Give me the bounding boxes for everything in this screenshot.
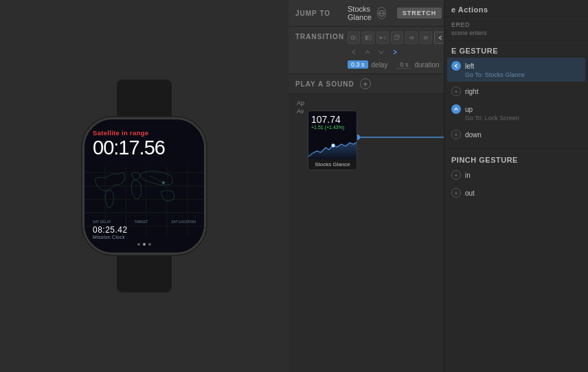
right-gesture-label: right bbox=[465, 88, 478, 95]
duration-value: 0 s bbox=[397, 61, 411, 69]
play-sound-row: PLAY A SOUND + bbox=[289, 74, 444, 94]
duration-control[interactable]: 0 s duration bbox=[397, 61, 439, 69]
pinch-in-item[interactable]: + in bbox=[447, 167, 585, 183]
arrow-right-active-icon[interactable] bbox=[390, 47, 400, 57]
center-panel: JUMP TO Stocks Glance STRETCH TRANSITION bbox=[289, 0, 444, 372]
gesture-item-up[interactable]: up Go To: Lock Screen bbox=[447, 101, 585, 125]
side-actions-panel: e Actions ERED scene enters E GESTURE le… bbox=[444, 0, 588, 372]
in-pinch-icon: + bbox=[451, 170, 461, 180]
transition-label: TRANSITION bbox=[295, 32, 342, 40]
pinch-section: PINCH GESTURE + in + out bbox=[444, 148, 588, 201]
dot-3 bbox=[148, 243, 151, 246]
triggered-label: ERED bbox=[451, 21, 581, 28]
transition-row: TRANSITION bbox=[289, 27, 444, 74]
svg-rect-17 bbox=[365, 36, 368, 40]
preview-card-label: Stocks Glance bbox=[308, 159, 357, 170]
pinch-out-item[interactable]: + out bbox=[447, 185, 585, 201]
watch-band-top bbox=[117, 80, 172, 117]
watch-panel: Satellite in range 00:17.56 SAT DELAY TA… bbox=[0, 0, 289, 372]
satellite-text: Satellite in range bbox=[93, 129, 196, 137]
gesture-item-right[interactable]: + right bbox=[447, 83, 585, 100]
app-layout: Satellite in range 00:17.56 SAT DELAY TA… bbox=[0, 0, 588, 372]
add-sound-button[interactable]: + bbox=[360, 78, 371, 89]
svg-rect-18 bbox=[369, 36, 371, 40]
scene-enters-label: scene enters bbox=[451, 30, 581, 36]
more-icon-1[interactable] bbox=[405, 32, 418, 44]
up-gesture-label: up bbox=[465, 106, 473, 113]
arrow-left-icon[interactable] bbox=[349, 47, 359, 57]
up-gesture-sub: Go To: Lock Screen bbox=[451, 115, 581, 121]
watch-crown bbox=[204, 154, 206, 173]
right-gesture-icon: + bbox=[451, 86, 461, 96]
preview-card[interactable]: 107.74 +1.51 (+1.43%) bbox=[308, 111, 357, 170]
svg-rect-19 bbox=[395, 36, 398, 40]
watch-container: Satellite in range 00:17.56 SAT DELAY TA… bbox=[65, 80, 223, 292]
ap-label: Ap bbox=[297, 100, 304, 106]
sat-delay-label: SAT DELAY bbox=[93, 220, 111, 224]
left-gesture-sub: Go To: Stocks Glance bbox=[451, 71, 581, 78]
triggered-section: ERED scene enters bbox=[444, 17, 588, 41]
flip-icon[interactable] bbox=[376, 32, 389, 44]
jump-to-row: JUMP TO Stocks Glance STRETCH bbox=[289, 0, 444, 27]
globe-icon[interactable] bbox=[377, 7, 386, 19]
gesture-item-left[interactable]: left Go To: Stocks Glance bbox=[447, 58, 585, 82]
svg-point-24 bbox=[332, 144, 335, 148]
left-gesture-label: left bbox=[465, 62, 474, 70]
transition-controls: 0.3 s delay 0 s duration bbox=[348, 32, 444, 69]
svg-point-26 bbox=[357, 135, 360, 140]
arrow-down-icon[interactable] bbox=[376, 47, 386, 57]
back-arrow-icon[interactable] bbox=[434, 32, 444, 44]
target-label: TARGET bbox=[134, 220, 148, 224]
dot-1 bbox=[137, 243, 140, 246]
down-gesture-icon: + bbox=[451, 130, 461, 139]
svg-point-16 bbox=[353, 36, 357, 40]
dissolve-icon[interactable] bbox=[348, 32, 360, 44]
delay-value: 0.3 s bbox=[348, 60, 368, 69]
jump-to-value[interactable]: Stocks Glance bbox=[348, 5, 372, 21]
actions-title: e Actions bbox=[451, 5, 581, 14]
more-icon-2[interactable] bbox=[420, 32, 432, 44]
mission-time: 08:25.42 bbox=[93, 225, 196, 235]
stretch-button[interactable]: STRETCH bbox=[397, 8, 442, 19]
down-gesture-label: down bbox=[465, 131, 482, 139]
delay-control[interactable]: 0.3 s delay bbox=[348, 60, 387, 69]
duration-label: duration bbox=[414, 61, 439, 69]
preview-area: Ap Av 107.74 +1.51 (+1.43%) bbox=[289, 94, 444, 372]
watch-button bbox=[204, 180, 206, 188]
stock-change: +1.51 (+1.43%) bbox=[308, 124, 357, 130]
gesture-item-down[interactable]: + down bbox=[447, 126, 585, 143]
in-pinch-label: in bbox=[465, 172, 471, 179]
watch-screen: Satellite in range 00:17.56 SAT DELAY TA… bbox=[84, 119, 204, 253]
up-gesture-icon bbox=[451, 104, 461, 114]
slide-icon[interactable] bbox=[362, 32, 374, 44]
play-sound-label: PLAY A SOUND bbox=[295, 80, 354, 88]
sat-location-label: SAT LOCATION bbox=[171, 220, 196, 224]
av-label: Av bbox=[297, 108, 304, 115]
actions-header: e Actions bbox=[444, 0, 588, 17]
pinch-title: PINCH GESTURE bbox=[444, 152, 588, 167]
jump-to-label: JUMP TO bbox=[295, 10, 342, 17]
mission-label: Mission Clock bbox=[93, 235, 196, 240]
svg-rect-22 bbox=[411, 36, 414, 40]
stock-value: 107.74 bbox=[308, 111, 357, 124]
stock-chart bbox=[308, 137, 357, 159]
preview-screen: 107.74 +1.51 (+1.43%) bbox=[308, 111, 357, 159]
out-pinch-label: out bbox=[465, 189, 475, 197]
svg-rect-23 bbox=[424, 36, 426, 40]
delay-label: delay bbox=[372, 61, 388, 69]
gesture-title: E GESTURE bbox=[444, 41, 588, 58]
left-gesture-icon bbox=[451, 61, 461, 71]
watch-band-bottom bbox=[117, 255, 172, 292]
out-pinch-icon: + bbox=[451, 188, 461, 198]
time-display: 00:17.56 bbox=[93, 137, 196, 159]
dot-2 bbox=[143, 243, 146, 246]
arrow-up-icon[interactable] bbox=[363, 47, 372, 57]
cube-icon[interactable] bbox=[391, 32, 403, 44]
watch-body: Satellite in range 00:17.56 SAT DELAY TA… bbox=[82, 117, 206, 255]
connector-line bbox=[357, 132, 444, 142]
